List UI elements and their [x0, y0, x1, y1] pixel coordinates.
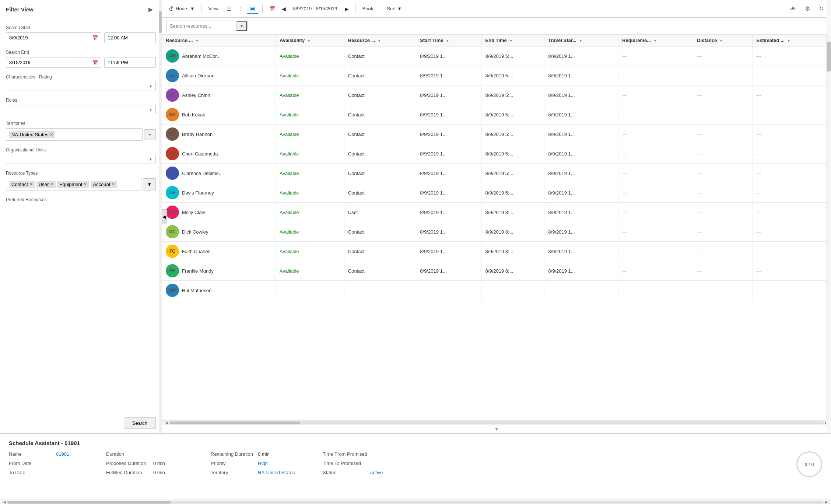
- table-row[interactable]: FMFrankie MundyAvailableContact8/9/2019 …: [162, 261, 827, 281]
- table-row[interactable]: BKBob KozakAvailableContact8/9/2019 1...…: [162, 105, 827, 125]
- field-name-value[interactable]: 01901: [56, 451, 69, 457]
- col-availability-label: Availability: [280, 38, 305, 43]
- col-header-availability[interactable]: Availability ▼: [276, 35, 344, 46]
- h-scroll-left-btn[interactable]: ◀: [164, 421, 169, 425]
- filter-panel-collapse-arrow[interactable]: ◀: [162, 209, 167, 224]
- calendar-view-button[interactable]: 📅: [267, 4, 277, 13]
- table-row[interactable]: DCDick CowleyAvailableContact8/9/2019 1.…: [162, 222, 827, 242]
- vertical-scrollbar-thumb: [827, 42, 831, 71]
- table-view-button[interactable]: ▣: [247, 4, 258, 14]
- table-row[interactable]: ACAshley ChinnAvailableContact8/9/2019 1…: [162, 85, 827, 105]
- col-header-requirement[interactable]: Requireme... ▼: [618, 35, 693, 46]
- next-date-button[interactable]: ▶: [343, 4, 351, 13]
- filter-scrollbar[interactable]: [159, 0, 162, 433]
- travel-start-cell: 8/9/2019 1...: [544, 85, 618, 105]
- view-button[interactable]: View: [206, 4, 221, 13]
- field-territory-label: Territory: [211, 470, 255, 475]
- resource-name-cell-8: MCMolly Clark: [162, 203, 276, 222]
- table-row[interactable]: ADAllison DicksonAvailableContact8/9/201…: [162, 66, 827, 85]
- search-end-date-calendar-icon[interactable]: 📅: [89, 58, 101, 67]
- end-time-cell: 8/9/2019 5:...: [481, 183, 544, 203]
- col-header-estimated[interactable]: Estimated ... ▼: [753, 35, 827, 46]
- roles-dropdown[interactable]: ▼: [6, 105, 156, 114]
- requirement-cell: ---: [618, 183, 693, 203]
- table-row[interactable]: HMHal Matheson---------: [162, 281, 827, 300]
- resource-type-equipment-label: Equipment: [59, 182, 82, 187]
- resource-name: Allison Dickson: [182, 73, 214, 78]
- vertical-scrollbar[interactable]: [827, 35, 831, 420]
- resource-types-arrow-btn[interactable]: ▼: [143, 178, 156, 190]
- bottom-expand-row[interactable]: ▼: [162, 425, 831, 433]
- requirement-cell: ---: [618, 46, 693, 66]
- org-units-dropdown[interactable]: ▼: [6, 155, 156, 164]
- field-territory-value[interactable]: NA-United States: [258, 470, 295, 475]
- col-start-time-sort-icon: ▼: [446, 39, 449, 43]
- bottom-col-2: Duration Proposed Duration 0 min Fulfill…: [106, 451, 202, 477]
- book-button[interactable]: Book: [360, 4, 376, 13]
- availability-cell: Available: [276, 66, 344, 85]
- col-header-resource-type[interactable]: Resource ... ▼: [344, 35, 416, 46]
- field-status-value[interactable]: Active: [370, 470, 383, 475]
- resource-type-user-remove[interactable]: ✕: [50, 182, 53, 187]
- col-header-travel-start[interactable]: Travel Star... ▼: [544, 35, 618, 46]
- grid-view-button[interactable]: ⋮: [235, 4, 246, 14]
- resource-name: Ashley Chinn: [182, 92, 210, 98]
- search-end-section: Search End 📅 ▼: [6, 50, 156, 68]
- visibility-button[interactable]: 👁: [787, 4, 799, 14]
- col-distance-sort-icon: ▼: [719, 39, 723, 43]
- table-row[interactable]: BHBrady HannonAvailableContact8/9/2019 1…: [162, 125, 827, 144]
- prev-date-button[interactable]: ◀: [280, 4, 288, 13]
- settings-button[interactable]: ⚙: [802, 4, 813, 14]
- territory-tag-remove[interactable]: ✕: [50, 132, 53, 137]
- col-header-end-time[interactable]: End Time ▼: [481, 35, 544, 46]
- separator-4: [380, 4, 380, 13]
- resource-name-cell-10: FCFaith Charles: [162, 242, 276, 261]
- search-start-time-input[interactable]: [105, 33, 162, 43]
- table-row[interactable]: CDClarence Desimo...AvailableContact8/9/…: [162, 164, 827, 183]
- characteristics-dropdown[interactable]: ▼: [6, 82, 156, 91]
- search-end-date-input[interactable]: [6, 57, 89, 67]
- search-start-date-calendar-icon[interactable]: 📅: [89, 33, 101, 42]
- field-priority-value[interactable]: High: [258, 461, 268, 466]
- col-header-start-time[interactable]: Start Time ▼: [416, 35, 481, 46]
- table-row[interactable]: CCCheri CastanedaAvailableContact8/9/201…: [162, 144, 827, 164]
- col-header-distance[interactable]: Distance ▼: [693, 35, 753, 46]
- search-start-date-input[interactable]: [6, 33, 89, 43]
- resource-type-equipment-remove[interactable]: ✕: [84, 182, 87, 187]
- filter-collapse-button[interactable]: ▶: [145, 4, 156, 14]
- h-scroll-thumb: [169, 421, 300, 424]
- search-button[interactable]: Search: [124, 417, 156, 429]
- resource-name: Faith Charles: [182, 249, 210, 254]
- table-row[interactable]: FCFaith CharlesAvailableContact8/9/2019 …: [162, 242, 827, 261]
- estimated-cell: ---: [753, 85, 827, 105]
- table-row[interactable]: MCMolly ClarkAvailableUser8/9/2019 1...8…: [162, 203, 827, 222]
- search-start-time-group: ▼: [104, 32, 156, 43]
- travel-start-cell: 8/9/2019 1...: [544, 66, 618, 85]
- resource-type-cell: Contact: [344, 125, 416, 144]
- refresh-button[interactable]: ↻: [816, 4, 827, 14]
- territory-tag-label: NA-United States: [11, 132, 48, 137]
- characteristics-section: Characteristics - Rating ▼: [6, 74, 156, 91]
- search-end-time-input[interactable]: [105, 57, 162, 67]
- resource-type-account-remove[interactable]: ✕: [112, 182, 115, 187]
- table-row[interactable]: DFDavis FlournoyAvailableContact8/9/2019…: [162, 183, 827, 203]
- resource-type-contact-remove[interactable]: ✕: [29, 182, 33, 187]
- table-row[interactable]: AMAbraham McCor...AvailableContact8/9/20…: [162, 46, 827, 66]
- page-h-scroll-right-btn[interactable]: ▶: [824, 500, 830, 504]
- resource-search-arrow-btn[interactable]: ▼: [236, 21, 247, 31]
- sort-button[interactable]: Sort ▼: [385, 4, 404, 13]
- field-priority-label: Priority: [211, 461, 255, 466]
- field-duration-label: Duration: [106, 451, 150, 457]
- col-header-name[interactable]: Resource ... ▼: [162, 35, 276, 46]
- hours-button[interactable]: ⏱ Hours ▼: [166, 4, 197, 13]
- territories-input[interactable]: [57, 132, 139, 137]
- list-view-button[interactable]: ☰: [224, 4, 235, 14]
- resource-type-cell: Contact: [344, 222, 416, 242]
- resource-type-cell: Contact: [344, 144, 416, 164]
- territories-arrow-btn[interactable]: ▼: [144, 129, 156, 140]
- page-bottom-scrollbar[interactable]: ◀ ▶: [0, 500, 831, 504]
- resource-search-input[interactable]: [167, 21, 236, 31]
- horizontal-scrollbar[interactable]: ◀ ▶: [162, 420, 831, 425]
- page-h-scroll-left-btn[interactable]: ◀: [1, 500, 7, 504]
- field-duration: Duration: [106, 451, 202, 457]
